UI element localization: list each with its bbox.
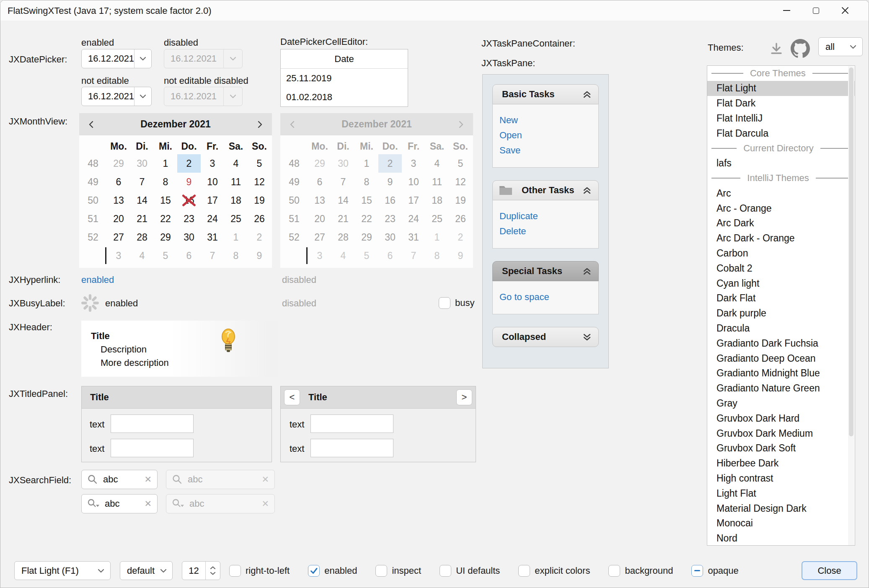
text-input[interactable]	[310, 439, 393, 457]
day-cell[interactable]: 26	[248, 210, 271, 228]
taskpane-group-header[interactable]: Special Tasks	[492, 261, 599, 281]
day-cell[interactable]: 6	[177, 246, 201, 265]
day-cell[interactable]: 20	[107, 210, 130, 228]
checkbox-ui-defaults[interactable]: UI defaults	[440, 565, 500, 577]
checkbox-box[interactable]	[608, 565, 620, 577]
day-cell[interactable]: 16	[177, 191, 201, 210]
close-button[interactable]: Close	[802, 561, 857, 580]
day-cell[interactable]: 13	[107, 191, 130, 210]
theme-item[interactable]: Gruvbox Dark Medium	[707, 426, 855, 441]
spinner-down-icon[interactable]	[210, 572, 216, 575]
day-cell[interactable]: 29	[107, 154, 130, 173]
day-cell[interactable]: 14	[130, 191, 154, 210]
datepicker-dropdown-button[interactable]	[134, 87, 151, 106]
day-cell[interactable]: 11	[224, 173, 248, 191]
table-row[interactable]: 25.11.2019	[281, 69, 408, 88]
day-cell[interactable]: 9	[248, 246, 271, 265]
theme-item[interactable]: Gradianto Nature Green	[707, 381, 855, 396]
day-cell[interactable]: 31	[201, 228, 224, 246]
day-cell[interactable]: 21	[130, 210, 154, 228]
day-cell[interactable]: 30	[130, 154, 154, 173]
theme-item[interactable]: Gruvbox Dark Soft	[707, 441, 855, 456]
task-link[interactable]: Save	[499, 143, 598, 158]
clear-icon[interactable]: ✕	[144, 499, 152, 509]
theme-item[interactable]: Light Flat	[707, 486, 855, 501]
day-cell[interactable]: 19	[248, 191, 271, 210]
checkbox-box[interactable]	[229, 565, 241, 577]
day-cell[interactable]: 25	[224, 210, 248, 228]
laf-combo[interactable]: Flat Light (F1)	[14, 561, 111, 580]
taskpane-group-header[interactable]: Basic Tasks	[492, 84, 599, 104]
checkbox-background[interactable]: background	[608, 565, 673, 577]
theme-item[interactable]: High contrast	[707, 471, 855, 486]
checkbox-opaque[interactable]: opaque	[691, 565, 738, 577]
font-size-spinner[interactable]: 12	[182, 561, 220, 580]
theme-item[interactable]: Carbon	[707, 246, 855, 261]
scrollbar-thumb[interactable]	[849, 67, 853, 436]
day-cell[interactable]: 23	[177, 210, 201, 228]
day-cell[interactable]: 1	[154, 154, 177, 173]
datepicker-not-editable[interactable]: 16.12.2021	[81, 87, 152, 106]
day-cell[interactable]: 4	[130, 246, 154, 265]
theme-item[interactable]: Flat Dark	[707, 96, 855, 111]
day-cell[interactable]: 4	[224, 154, 248, 173]
checkbox-box[interactable]	[440, 565, 451, 577]
day-cell[interactable]: 3	[107, 246, 130, 265]
theme-item[interactable]: Hiberbee Dark	[707, 456, 855, 471]
checkbox-box[interactable]	[691, 565, 703, 577]
text-input[interactable]	[111, 414, 194, 433]
themes-list[interactable]: Core ThemesFlat LightFlat DarkFlat Intel…	[707, 65, 855, 546]
day-cell[interactable]: 2	[177, 154, 201, 173]
day-cell[interactable]: 27	[107, 228, 130, 246]
day-cell[interactable]: 30	[177, 228, 201, 246]
theme-item[interactable]: Flat Light	[707, 81, 855, 96]
day-cell[interactable]: 7	[130, 173, 154, 191]
day-cell[interactable]: 5	[248, 154, 271, 173]
day-cell[interactable]: 8	[224, 246, 248, 265]
day-cell[interactable]: 5	[154, 246, 177, 265]
checkbox-box[interactable]	[439, 297, 450, 309]
download-icon[interactable]	[768, 41, 785, 59]
table-column-header[interactable]: Date	[281, 49, 408, 69]
checkbox-box[interactable]	[308, 565, 320, 577]
theme-item[interactable]: Dark purple	[707, 306, 855, 321]
day-cell[interactable]: 24	[201, 210, 224, 228]
day-cell[interactable]: 1	[224, 228, 248, 246]
theme-item[interactable]: lafs	[707, 156, 855, 171]
day-cell[interactable]: 15	[154, 191, 177, 210]
day-cell[interactable]: 28	[130, 228, 154, 246]
hyperlink-enabled[interactable]: enabled	[81, 275, 114, 285]
theme-item[interactable]: Nord	[707, 531, 855, 546]
day-cell[interactable]: 9	[177, 173, 201, 191]
theme-item[interactable]: Material Design Dark	[707, 501, 855, 516]
day-cell[interactable]: 10	[201, 173, 224, 191]
search-input[interactable]: abc	[103, 474, 139, 485]
day-cell[interactable]: 7	[201, 246, 224, 265]
checkbox-right-to-left[interactable]: right-to-left	[229, 565, 290, 577]
checkbox-explicit-colors[interactable]: explicit colors	[518, 565, 590, 577]
prev-month-button[interactable]	[79, 113, 103, 135]
day-cell[interactable]: 29	[154, 228, 177, 246]
theme-item[interactable]: Gray	[707, 396, 855, 411]
day-cell[interactable]: 12	[248, 173, 271, 191]
taskpane-group-header[interactable]: Collapsed	[492, 327, 599, 347]
search-input[interactable]: abc	[105, 498, 139, 509]
theme-item[interactable]: Gradianto Midnight Blue	[707, 366, 855, 381]
busy-checkbox[interactable]: busy	[439, 297, 474, 309]
theme-item[interactable]: Arc - Orange	[707, 201, 855, 216]
day-cell[interactable]: 6	[107, 173, 130, 191]
taskpane-group-header[interactable]: Other Tasks	[492, 180, 599, 200]
task-link[interactable]: Go to space	[499, 290, 598, 305]
theme-item[interactable]: Flat IntelliJ	[707, 111, 855, 126]
minimize-button[interactable]	[773, 0, 800, 21]
monthview-calendar-enabled[interactable]: Dezember 2021 Mo.Di.Mi.Do.Fr.Sa.So.48293…	[79, 113, 272, 268]
datepicker-enabled[interactable]: 16.12.2021	[81, 49, 152, 68]
day-cell[interactable]: 17	[201, 191, 224, 210]
maximize-button[interactable]	[802, 0, 830, 21]
theme-item[interactable]: Arc Dark	[707, 216, 855, 231]
theme-item[interactable]: Gruvbox Dark Hard	[707, 411, 855, 426]
titled-panel-next-button[interactable]: >	[456, 389, 472, 405]
theme-item[interactable]: Monocai	[707, 516, 855, 531]
theme-item[interactable]: Arc Dark - Orange	[707, 231, 855, 246]
task-link[interactable]: Delete	[499, 224, 598, 239]
